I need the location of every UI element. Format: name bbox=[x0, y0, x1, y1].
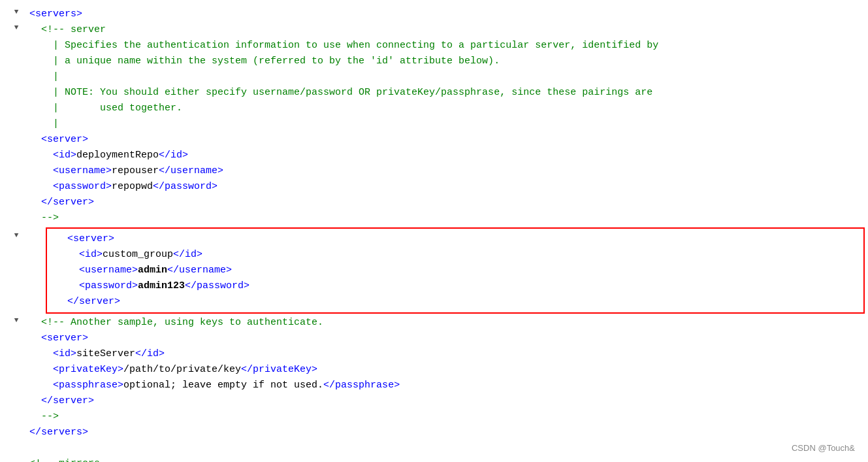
code-line: </servers> bbox=[7, 425, 868, 440]
code-line: </server> bbox=[52, 294, 858, 310]
code-text: <password>admin123</password> bbox=[52, 278, 858, 294]
code-text: <!-- Another sample, using keys to authe… bbox=[26, 315, 868, 331]
code-line: <id>deploymentRepo</id> bbox=[7, 148, 868, 163]
code-text: </server> bbox=[26, 195, 868, 210]
code-text: | Specifies the authentication informati… bbox=[26, 38, 868, 54]
code-text: <server> bbox=[26, 132, 868, 148]
code-line: | a unique name within the system (refer… bbox=[7, 54, 868, 69]
branding-text: CSDN @Touch& bbox=[792, 442, 855, 455]
code-text: <username>repouser</username> bbox=[26, 163, 868, 179]
highlight-gutter: ▼ bbox=[7, 226, 26, 242]
code-line: ▼ <!-- Another sample, using keys to aut… bbox=[7, 315, 868, 331]
code-text: <passphrase>optional; leave empty if not… bbox=[26, 378, 868, 393]
code-text: | NOTE: You should either specify userna… bbox=[26, 85, 868, 101]
code-text: <server> bbox=[52, 231, 858, 247]
code-text: <username>admin</username> bbox=[52, 263, 858, 278]
code-text: <id>deploymentRepo</id> bbox=[26, 148, 868, 163]
code-text: <id>siteServer</id> bbox=[26, 346, 868, 362]
code-text: <password>repopwd</password> bbox=[26, 179, 868, 195]
code-text: <id>custom_group</id> bbox=[52, 247, 858, 263]
code-line: ▼ <!-- server bbox=[7, 22, 868, 38]
code-text: | a unique name within the system (refer… bbox=[26, 54, 868, 69]
code-line: <password>repopwd</password> bbox=[7, 179, 868, 195]
code-line: | NOTE: You should either specify userna… bbox=[7, 85, 868, 101]
code-line: <id>siteServer</id> bbox=[7, 346, 868, 362]
code-text: </server> bbox=[52, 294, 858, 310]
code-line: | used together. bbox=[7, 101, 868, 116]
code-line: | bbox=[7, 69, 868, 85]
code-line bbox=[7, 440, 868, 456]
code-container: ▼<servers>▼ <!-- server | Specifies the … bbox=[0, 0, 868, 462]
code-line: <!-- mirrors bbox=[7, 456, 868, 462]
code-line: <privateKey>/path/to/private/key</privat… bbox=[7, 362, 868, 378]
code-text: | bbox=[26, 69, 868, 85]
code-text: <!-- mirrors bbox=[26, 456, 868, 462]
gutter-icon: ▼ bbox=[7, 22, 26, 34]
code-text: <servers> bbox=[26, 7, 868, 22]
code-line: <server> bbox=[7, 331, 868, 346]
code-line: </server> bbox=[7, 393, 868, 409]
code-text: --> bbox=[26, 210, 868, 226]
code-text: <!-- server bbox=[26, 22, 868, 38]
code-line: <username>repouser</username> bbox=[7, 163, 868, 179]
code-line: --> bbox=[7, 409, 868, 425]
highlight-block: <server>▼ <id>custom_group</id> <usernam… bbox=[46, 227, 865, 314]
code-text: </servers> bbox=[26, 425, 868, 440]
gutter-icon: ▼ bbox=[7, 315, 26, 327]
code-line: | bbox=[7, 116, 868, 132]
code-line: <server> bbox=[52, 231, 858, 247]
code-line: <username>admin</username> bbox=[52, 263, 858, 278]
code-text: | used together. bbox=[26, 101, 868, 116]
code-line: | Specifies the authentication informati… bbox=[7, 38, 868, 54]
code-text: </server> bbox=[26, 393, 868, 409]
code-line: ▼<servers> bbox=[7, 7, 868, 22]
code-line: <server> bbox=[7, 132, 868, 148]
code-line: <password>admin123</password> bbox=[52, 278, 858, 294]
code-text: <privateKey>/path/to/private/key</privat… bbox=[26, 362, 868, 378]
gutter-icon: ▼ bbox=[7, 7, 26, 18]
code-line: <passphrase>optional; leave empty if not… bbox=[7, 378, 868, 393]
code-line: </server> bbox=[7, 195, 868, 210]
code-text: <server> bbox=[26, 331, 868, 346]
code-line: --> bbox=[7, 210, 868, 226]
code-text: | bbox=[26, 116, 868, 132]
code-line: ▼ <id>custom_group</id> bbox=[52, 247, 858, 263]
code-text: --> bbox=[26, 409, 868, 425]
